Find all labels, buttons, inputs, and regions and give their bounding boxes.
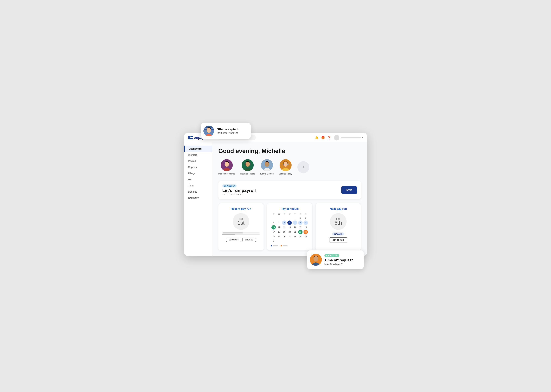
- cal-cell-20: 20: [287, 230, 292, 234]
- sidebar-item-filings[interactable]: Filings: [184, 170, 212, 176]
- cal-cell-17: 17: [271, 230, 276, 234]
- cal-day-t1: T: [282, 213, 287, 215]
- svg-point-5: [207, 128, 211, 133]
- cal-cell-empty: [282, 216, 286, 220]
- cal-cell-13: 13: [287, 225, 292, 230]
- start-payroll-button[interactable]: Start: [341, 186, 357, 194]
- cal-day-t2: T: [292, 213, 298, 215]
- time-off-card: APPROVED Time off request May 24 – May 3…: [307, 250, 364, 269]
- user-bar: ▾: [334, 135, 363, 140]
- legend-bar-1: [273, 245, 278, 246]
- worker-item[interactable]: Jessica Foley: [279, 159, 292, 175]
- svg-rect-14: [250, 163, 250, 165]
- calendar-grid: S M T W T F S: [271, 213, 308, 244]
- cal-cell-10: 10: [271, 225, 276, 230]
- add-worker-button[interactable]: +: [297, 161, 309, 173]
- cal-cell-24: 24: [271, 234, 276, 239]
- cal-cell-30: 30: [304, 234, 308, 239]
- svg-rect-19: [283, 163, 283, 165]
- next-pay-date-day: 5th: [335, 220, 342, 225]
- legend-dot-orange: [281, 245, 282, 246]
- bell-icon[interactable]: 🔔: [315, 136, 318, 140]
- pay-schedule-card: Pay schedule S M T W T F S: [267, 203, 312, 250]
- summary-button[interactable]: SUMMARY: [226, 238, 241, 242]
- worker-name-eliana: Eliana Dennis: [260, 173, 274, 175]
- sidebar-item-payroll[interactable]: Payroll: [184, 158, 212, 164]
- workers-row: Marissa Richards: [219, 159, 361, 175]
- worker-item[interactable]: Marissa Richards: [219, 159, 235, 175]
- pay-date-day: 1st: [237, 220, 245, 225]
- cal-cell-22: 22: [298, 230, 303, 234]
- cal-header-row: S M T W T F S: [271, 213, 308, 215]
- pay-schedule-title: Pay schedule: [271, 207, 308, 210]
- cal-day-w: W: [287, 213, 292, 215]
- sidebar-item-workers[interactable]: Workers: [184, 152, 212, 158]
- svg-rect-7: [191, 136, 193, 137]
- payroll-banner: BI-WEEKLY Let's run payroll Jan 21st – F…: [219, 181, 361, 199]
- worker-item[interactable]: Douglas Riddle: [240, 159, 255, 175]
- sidebar-item-time[interactable]: Time: [184, 182, 212, 189]
- svg-rect-6: [188, 136, 190, 138]
- cal-cell-1: 1: [298, 216, 303, 220]
- progress-bar-fill-2: [222, 234, 235, 235]
- cal-cell-19: 19: [282, 230, 286, 234]
- timeoff-text: APPROVED Time off request May 24 – May 3…: [325, 254, 353, 266]
- cal-cell-empty: [277, 216, 281, 220]
- progress-bar-area: [222, 232, 260, 235]
- svg-point-22: [313, 256, 318, 261]
- cal-row-2: 3 4 5 6 7 8 9: [271, 221, 308, 225]
- recent-pay-run-title: Recent pay run: [222, 207, 260, 210]
- cal-cell-18: 18: [277, 230, 281, 234]
- worker-item[interactable]: Eliana Dennis: [260, 159, 274, 175]
- cal-row-5: 24 25 26 27 28 29 30: [271, 234, 308, 239]
- payroll-banner-date: Jan 21st – Feb 3rd: [222, 193, 256, 196]
- cal-cell-9: 9: [304, 221, 308, 225]
- offer-avatar: [204, 126, 214, 136]
- offer-title: Offer accepted!: [217, 128, 239, 131]
- cal-cell-14: 14: [293, 225, 297, 230]
- offer-accepted-card: Offer accepted! Start date: April 1st: [201, 123, 251, 139]
- worker-avatar-jessica: [280, 159, 291, 171]
- timeoff-avatar: [310, 254, 322, 266]
- cal-row-4: 17 18 19 20 21 22 23: [271, 230, 308, 234]
- checks-button[interactable]: CHECKS: [242, 238, 256, 242]
- start-run-button[interactable]: START RUN: [329, 238, 347, 242]
- worker-avatar-eliana: [261, 159, 273, 171]
- sidebar-item-benefits[interactable]: Benefits: [184, 189, 212, 195]
- worker-avatar-marissa: [221, 159, 233, 171]
- cal-cell-5: 5: [282, 221, 286, 225]
- legend-dot-blue: [271, 245, 272, 246]
- progress-bar-fill: [222, 232, 243, 233]
- help-icon[interactable]: ❓: [327, 136, 331, 140]
- payroll-banner-text: BI-WEEKLY Let's run payroll Jan 21st – F…: [222, 184, 256, 196]
- svg-rect-13: [245, 163, 246, 165]
- sidebar-item-dashboard[interactable]: Dashboard: [184, 146, 212, 152]
- legend-item-2: [281, 245, 288, 246]
- bi-weekly-tag: BI-WEEKLY: [222, 184, 237, 188]
- sidebar-item-company[interactable]: Company: [184, 195, 212, 201]
- offer-text: Offer accepted! Start date: April 1st: [217, 128, 239, 134]
- chevron-down-icon[interactable]: ▾: [362, 136, 363, 139]
- svg-rect-8: [188, 138, 193, 140]
- cal-cell-15: 15: [298, 225, 303, 230]
- cal-cell-empty: [293, 216, 297, 220]
- gift-icon[interactable]: 🎁: [321, 136, 325, 140]
- app-window: onpay 🔍 🔔 🎁 ❓ ▾ Dashboard: [184, 133, 367, 256]
- cards-row: Recent pay run Feb 1st: [219, 203, 361, 250]
- cal-cell-27: 27: [287, 234, 292, 239]
- approved-badge: APPROVED: [325, 254, 339, 257]
- cal-cell-28: 28: [293, 234, 297, 239]
- cal-cell-12: 12: [282, 225, 286, 230]
- timeoff-subtitle: May 24 – May 31: [325, 263, 353, 266]
- cal-cell-8: 8: [298, 221, 303, 225]
- greeting-heading: Good evening, Michelle: [219, 147, 361, 154]
- next-pay-run-card: Next pay run Feb 5th Bi-Weekly START RUN: [316, 203, 361, 250]
- cal-cell-3: 3: [271, 221, 276, 225]
- cal-cell-21: 21: [293, 230, 297, 234]
- cal-legend: [271, 245, 308, 246]
- avatar: [334, 135, 339, 140]
- payroll-banner-title: Let's run payroll: [222, 188, 256, 193]
- sidebar-item-hr[interactable]: HR: [184, 176, 212, 182]
- sidebar-item-reports[interactable]: Reports: [184, 164, 212, 170]
- legend-bar-2: [283, 245, 288, 246]
